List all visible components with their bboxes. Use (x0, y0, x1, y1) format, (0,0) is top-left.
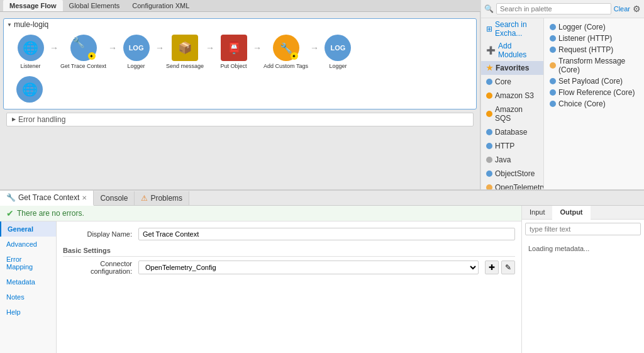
palette-right-logger-core[interactable]: Logger (Core) (547, 21, 641, 33)
flow-label: ▼ mule-logiq (7, 20, 48, 29)
add-custom-label: Add Custom Tags (264, 63, 308, 70)
put-icon: 📮 (221, 35, 247, 61)
palette-right-flow-reference[interactable]: Flow Reference (Core) (547, 87, 641, 98)
send-label: Send message (166, 63, 204, 70)
palette-item-amazon-sqs[interactable]: Amazon SQS (481, 103, 543, 125)
nav-metadata[interactable]: Metadata (0, 274, 56, 289)
core-dot (486, 79, 492, 85)
display-name-row: Display Name: (63, 228, 515, 240)
sub-flow-area: 🌐 (7, 75, 473, 106)
node-add-custom-tags[interactable]: 🔧 ✦ Add Custom Tags (264, 35, 308, 70)
node-put-object[interactable]: 📮 Put Object (216, 35, 251, 70)
wrench-icon: 🔧 (72, 36, 85, 48)
form-action-buttons: ✚ ✎ (485, 261, 515, 274)
tab-console[interactable]: Console (94, 191, 135, 205)
palette-clear-button[interactable]: Clear (614, 5, 630, 13)
globe-icon: 🌐 (23, 40, 38, 55)
node-send-message[interactable]: 📦 Send message (166, 35, 204, 70)
palette-gear-icon[interactable]: ⚙ (633, 4, 641, 14)
get-trace-tab-close[interactable]: ✕ (82, 194, 87, 201)
listener-label: Listener (20, 63, 40, 70)
metadata-tab-bar: Input Output (522, 206, 644, 220)
choice-dot (550, 101, 556, 107)
flow-nodes: 🌐 Listener → 🔧 ✦ Get Trace Context (7, 30, 473, 75)
tab-message-flow[interactable]: Message Flow (3, 0, 63, 11)
basic-settings-section: Basic Settings (63, 247, 515, 257)
opentelemetry-dot (486, 184, 492, 189)
palette-item-http[interactable]: HTTP (481, 139, 543, 153)
node-logger1[interactable]: LOG Logger (119, 35, 153, 70)
star-badge2: ✦ (291, 52, 298, 60)
node-get-trace-context[interactable]: 🔧 ✦ Get Trace Context (60, 35, 106, 70)
java-dot (486, 157, 492, 163)
put-label: Put Object (221, 63, 247, 70)
node-logger2[interactable]: LOG Logger (321, 35, 355, 70)
palette-item-objectstore[interactable]: ObjectStore (481, 167, 543, 181)
config-panel: ✔ There are no errors. General Advanced … (0, 206, 522, 353)
palette-right-items: Logger (Core) Listener (HTTP) Request (H… (544, 18, 644, 189)
edit-config-button[interactable]: ✎ (501, 261, 515, 274)
flow-canvas: ▼ mule-logiq 🌐 Listener → (0, 12, 480, 189)
nav-notes[interactable]: Notes (0, 289, 56, 305)
palette-search-input[interactable] (496, 3, 611, 14)
exchange-icon: ⊞ (486, 25, 492, 33)
star-icon: ★ (486, 64, 493, 72)
palette-item-opentelemetry[interactable]: OpenTelemetry (481, 181, 543, 189)
palette-item-database[interactable]: Database (481, 125, 543, 139)
palette-right-choice[interactable]: Choice (Core) (547, 98, 641, 109)
metadata-tab-output[interactable]: Output (552, 206, 590, 220)
request-http-dot (550, 47, 556, 53)
palette-right-request-http[interactable]: Request (HTTP) (547, 44, 641, 55)
search-palette-icon: 🔍 (484, 4, 494, 13)
metadata-tab-input[interactable]: Input (522, 206, 552, 219)
palette-item-core[interactable]: Core (481, 75, 543, 89)
arrow-6: → (310, 43, 319, 53)
bottom-panel: 🔧 Get Trace Context ✕ Console ⚠ Problems… (0, 189, 644, 353)
amazon-s3-dot (486, 92, 492, 99)
logger1-icon: LOG (123, 35, 150, 61)
display-name-input[interactable] (138, 228, 515, 240)
nav-advanced[interactable]: Advanced (0, 237, 56, 252)
palette-right-transform-message[interactable]: Transform Message (Core) (547, 55, 641, 76)
bottom-tab-bar: 🔧 Get Trace Context ✕ Console ⚠ Problems (0, 191, 644, 206)
send-msg-icon: 📦 (178, 41, 192, 55)
nav-general[interactable]: General (0, 221, 56, 237)
tab-configuration-xml[interactable]: Configuration XML (126, 0, 196, 11)
error-handling-section[interactable]: ▶ Error handling (6, 113, 474, 126)
palette-search-exchange[interactable]: ⊞ Search in Excha... (481, 18, 543, 40)
collapse-icon[interactable]: ▼ (7, 22, 12, 28)
sub-globe-icon: 🌐 (16, 76, 43, 103)
palette-right-set-payload[interactable]: Set Payload (Core) (547, 76, 641, 87)
palette-add-modules[interactable]: ➕ Add Modules (481, 40, 543, 61)
palette-left-nav: ⊞ Search in Excha... ➕ Add Modules ★ Fav… (481, 18, 544, 189)
logger1-label: Logger (128, 63, 145, 70)
nav-error-mapping[interactable]: Error Mapping (0, 252, 56, 274)
palette-right-listener-http[interactable]: Listener (HTTP) (547, 33, 641, 44)
add-config-button[interactable]: ✚ (485, 261, 499, 274)
palette-item-amazon-s3[interactable]: Amazon S3 (481, 89, 543, 103)
palette-item-java[interactable]: Java (481, 153, 543, 167)
get-trace-tab-icon: 🔧 (6, 193, 16, 202)
palette-body: ⊞ Search in Excha... ➕ Add Modules ★ Fav… (481, 18, 644, 189)
metadata-filter-input[interactable] (525, 223, 641, 235)
log-icon-1: LOG (129, 44, 144, 52)
tab-get-trace-context[interactable]: 🔧 Get Trace Context ✕ (0, 191, 94, 206)
metadata-panel: Input Output Loading metadata... (522, 206, 644, 353)
tab-problems[interactable]: ⚠ Problems (135, 191, 189, 205)
amazon-sqs-dot (486, 111, 492, 117)
status-ok-icon: ✔ (6, 208, 14, 218)
palette-search-bar: 🔍 Clear ⚙ (481, 0, 644, 18)
node-listener[interactable]: 🌐 Listener (13, 35, 48, 70)
problems-tab-icon: ⚠ (141, 194, 148, 203)
nav-help[interactable]: Help (0, 305, 56, 320)
tab-global-elements[interactable]: Global Elements (63, 0, 126, 11)
project-label: mule-logiq (14, 20, 48, 29)
logger2-label: Logger (329, 63, 347, 70)
palette-item-favorites[interactable]: ★ Favorites (481, 61, 543, 75)
flow-tabs: Message Flow Global Elements Configurati… (0, 0, 480, 12)
display-name-label: Display Name: (63, 230, 132, 238)
set-payload-dot (550, 78, 556, 84)
add-modules-icon: ➕ (486, 46, 496, 55)
connector-config-select[interactable]: OpenTelemetry_Config (138, 261, 479, 274)
status-text: There are no errors. (17, 209, 84, 218)
